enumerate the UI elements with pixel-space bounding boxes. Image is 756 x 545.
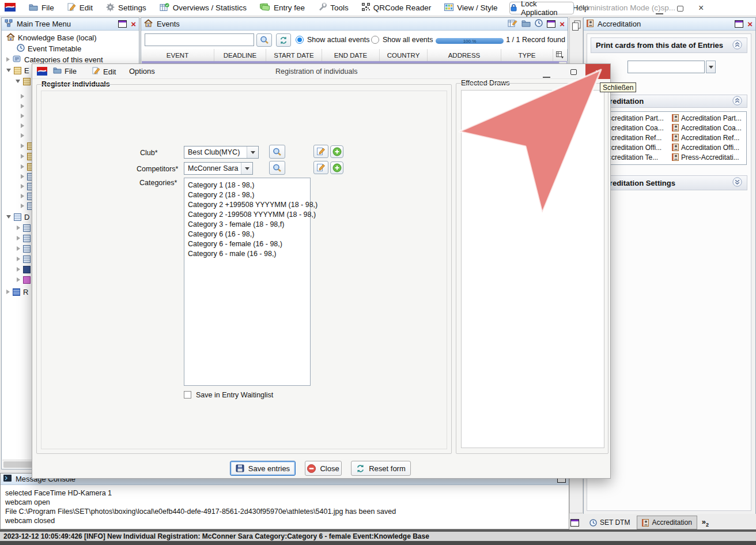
accreditation-maximize-button[interactable] — [735, 20, 743, 28]
column-header-type[interactable]: TYPE — [501, 49, 553, 61]
chevron-right-icon[interactable] — [21, 204, 24, 208]
menu-tools[interactable]: Tools — [318, 3, 349, 13]
chevron-right-icon[interactable] — [21, 194, 24, 198]
panel-window-icon[interactable] — [570, 519, 579, 527]
tree-item-categories[interactable]: Categories of this event — [6, 55, 103, 64]
competitors-add-button[interactable] — [330, 161, 343, 174]
accreditation-close-button[interactable]: × — [747, 20, 753, 28]
category-option[interactable]: Category 2 -199508 YYYYMM (18 - 98,) — [184, 209, 310, 219]
chevron-right-icon[interactable] — [21, 184, 24, 189]
competitors-search-button[interactable] — [269, 161, 285, 175]
tab-set-dtm[interactable]: SET DTM — [585, 516, 634, 529]
reset-form-button[interactable]: Reset form — [351, 461, 411, 476]
tree-item[interactable] — [21, 102, 24, 111]
accreditation-template[interactable]: Accreditation Coa... — [672, 124, 742, 132]
accreditation-template[interactable]: Accreditation Ref... — [672, 134, 739, 142]
club-dropdown-button[interactable] — [247, 146, 258, 158]
chevron-right-icon[interactable] — [17, 246, 20, 251]
events-search-input[interactable] — [145, 33, 254, 46]
club-edit-button[interactable] — [313, 145, 328, 158]
section-accreditation-settings[interactable]: Accreditation Settings — [591, 175, 747, 190]
chevron-right-icon[interactable] — [17, 225, 20, 230]
club-add-button[interactable] — [330, 145, 343, 158]
chevron-right-icon[interactable] — [21, 144, 24, 148]
column-filter-button[interactable] — [553, 49, 568, 61]
tree-item[interactable] — [17, 234, 31, 243]
save-entries-button[interactable]: Save entries — [230, 461, 296, 476]
category-option[interactable]: Category 2 +199508 YYYYMM (18 - 98,) — [184, 200, 310, 209]
print-date-input[interactable] — [628, 61, 705, 73]
tree-item[interactable] — [21, 92, 24, 101]
close-button[interactable]: Close — [305, 461, 342, 476]
category-option[interactable]: Category 6 - female (16 - 98,) — [184, 239, 310, 249]
tree-item[interactable] — [21, 131, 24, 140]
tree-item-events-node[interactable]: E — [6, 66, 29, 75]
tree-item[interactable] — [17, 265, 31, 274]
dialog-close-button[interactable]: × — [585, 64, 610, 79]
events-maximize-button[interactable] — [547, 20, 555, 28]
chevron-down-icon[interactable] — [6, 215, 11, 219]
chevron-right-icon[interactable] — [21, 154, 24, 159]
expand-down-icon[interactable] — [732, 177, 742, 189]
print-date-dropdown-button[interactable] — [706, 61, 716, 73]
competitors-edit-button[interactable] — [313, 161, 328, 174]
tree-item-d-node[interactable]: D — [6, 212, 29, 221]
category-option[interactable]: Category 6 - male (16 - 98,) — [184, 249, 310, 258]
categories-listbox[interactable]: Category 1 (18 - 98,) Category 2 (18 - 9… — [184, 178, 311, 386]
tree-item-event-timetable[interactable]: Event Timetable — [17, 44, 81, 53]
dialog-menu-file[interactable]: File — [53, 67, 77, 76]
category-option[interactable]: Category 1 (18 - 98,) — [184, 180, 310, 190]
menu-edit[interactable]: Edit — [67, 3, 93, 13]
tree-item-r-node[interactable]: R — [6, 287, 28, 296]
lock-application-button[interactable]: Lock Application — [509, 2, 574, 14]
tree-item[interactable] — [21, 121, 24, 130]
collapse-up-icon[interactable] — [732, 40, 742, 51]
menu-file[interactable]: File — [29, 3, 54, 13]
tab-overflow-button[interactable]: »2 — [702, 517, 709, 528]
tree-panel-close-button[interactable]: × — [131, 20, 136, 28]
chevron-right-icon[interactable] — [21, 94, 24, 99]
chevron-right-icon[interactable] — [21, 174, 24, 179]
window-minimize-button[interactable] — [656, 7, 663, 16]
accreditation-template[interactable]: Accreditation Part... — [672, 114, 742, 122]
chevron-right-icon[interactable] — [17, 267, 20, 272]
category-option[interactable]: Category 2 (18 - 98,) — [184, 190, 310, 200]
category-option[interactable]: Category 6 (16 - 98,) — [184, 229, 310, 239]
radio-show-all-events[interactable]: Show all events — [371, 36, 433, 44]
chevron-right-icon[interactable] — [21, 164, 24, 169]
dialog-menu-options[interactable]: Options — [129, 67, 155, 76]
effected-draws-list[interactable] — [461, 90, 604, 448]
competitors-dropdown-button[interactable] — [241, 163, 252, 174]
chevron-right-icon[interactable] — [21, 133, 24, 138]
menu-settings[interactable]: Settings — [106, 3, 146, 13]
accreditation-template[interactable]: Press-Accreditati... — [672, 153, 739, 161]
dialog-maximize-button[interactable] — [570, 68, 577, 77]
club-search-button[interactable] — [269, 145, 285, 159]
waitinglist-checkbox[interactable] — [184, 391, 191, 399]
menu-qrcode[interactable]: QRCode Reader — [362, 3, 432, 13]
column-header-country[interactable]: COUNTRY — [380, 49, 428, 61]
category-option[interactable]: Category 3 - female (18 - 98,f) — [184, 219, 310, 229]
chevron-right-icon[interactable] — [17, 277, 20, 282]
tree-item[interactable] — [17, 275, 31, 284]
tree-item[interactable] — [16, 77, 31, 86]
window-maximize-button[interactable] — [677, 5, 683, 13]
chevron-right-icon[interactable] — [6, 290, 10, 294]
club-combobox[interactable]: Best Club(MYC) — [184, 146, 259, 159]
chevron-right-icon[interactable] — [21, 123, 24, 128]
column-header-deadline[interactable]: DEADLINE — [214, 49, 266, 61]
chevron-right-icon[interactable] — [17, 236, 20, 240]
window-close-button[interactable]: × — [698, 3, 704, 13]
menu-view-style[interactable]: View / Style — [444, 3, 497, 13]
events-close-button[interactable]: × — [560, 20, 565, 28]
folder-icon[interactable] — [521, 20, 531, 29]
radio-on-icon[interactable] — [296, 36, 304, 44]
events-search-button[interactable] — [256, 33, 272, 47]
tree-panel-maximize-button[interactable] — [118, 20, 127, 28]
section-accreditation[interactable]: Accreditation — [591, 95, 747, 108]
chevron-right-icon[interactable] — [21, 104, 24, 108]
dialog-menu-edit[interactable]: Edit — [92, 67, 116, 76]
chevron-right-icon[interactable] — [21, 114, 24, 118]
chevron-right-icon[interactable] — [17, 257, 20, 261]
chevron-down-icon[interactable] — [16, 80, 20, 83]
